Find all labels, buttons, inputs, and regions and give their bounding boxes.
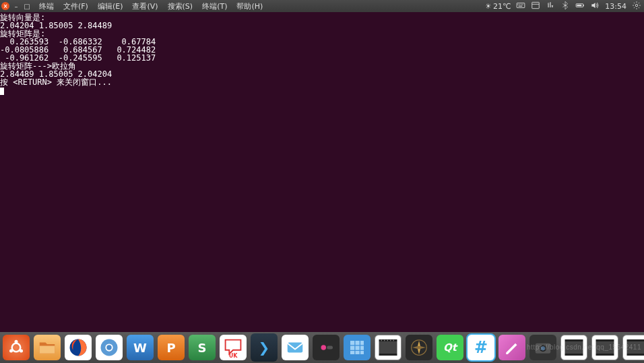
svg-point-21	[321, 345, 327, 350]
svg-point-12	[12, 343, 21, 352]
volume-icon[interactable]	[590, 1, 600, 12]
svg-rect-48	[596, 339, 614, 341]
svg-rect-31	[360, 351, 364, 354]
svg-rect-25	[360, 341, 364, 345]
dock-chromium[interactable]	[96, 335, 123, 360]
svg-rect-2	[519, 4, 520, 5]
svg-rect-20	[288, 343, 303, 353]
svg-point-15	[20, 350, 23, 353]
window-controls: × – □	[1, 2, 31, 10]
svg-rect-29	[350, 351, 354, 354]
svg-rect-37	[387, 340, 389, 341]
terminal-output[interactable]: 旋转向量是: 2.04204 1.85005 2.84489 旋转矩阵是: 0.…	[0, 12, 644, 332]
dock-terminal-ide[interactable]: ❯	[251, 333, 278, 362]
minimize-button[interactable]: –	[12, 3, 20, 10]
dock-compass[interactable]	[406, 335, 432, 360]
dock-indicator-icon	[261, 332, 267, 333]
keyboard-icon[interactable]	[516, 1, 525, 12]
svg-rect-51	[627, 339, 645, 341]
battery-icon[interactable]	[575, 1, 585, 12]
svg-rect-36	[384, 340, 385, 341]
dock-firefox[interactable]	[65, 335, 92, 360]
weather-icon: ☀	[485, 2, 492, 11]
svg-rect-52	[627, 354, 645, 356]
dock-wps-writer[interactable]: W	[127, 335, 154, 360]
weather-indicator[interactable]: ☀ 21℃	[485, 2, 511, 11]
menu-help[interactable]: 帮助(H)	[234, 1, 265, 11]
svg-rect-24	[356, 341, 360, 345]
svg-rect-38	[390, 340, 391, 341]
svg-rect-22	[327, 346, 333, 350]
svg-point-19	[106, 345, 112, 350]
bluetooth-icon[interactable]	[560, 1, 570, 12]
svg-rect-6	[532, 2, 540, 8]
terminal-line: 按 <RETURN> 来关闭窗口...	[0, 77, 112, 87]
svg-rect-23	[350, 341, 354, 345]
dock-files[interactable]	[34, 335, 61, 360]
svg-rect-1	[518, 4, 519, 5]
svg-rect-30	[356, 351, 360, 354]
menu-app[interactable]: 终端	[36, 1, 57, 11]
dock-hash[interactable]: #	[468, 335, 494, 360]
svg-rect-32	[379, 341, 397, 354]
svg-rect-10	[577, 4, 582, 5]
dock-wps-spreadsheets[interactable]: S	[189, 335, 216, 360]
maximize-button[interactable]: □	[23, 3, 31, 10]
svg-point-11	[635, 4, 638, 7]
svg-rect-27	[356, 346, 360, 350]
dock-notes[interactable]	[498, 335, 525, 360]
dock-media[interactable]	[313, 335, 340, 360]
temperature-text: 21℃	[493, 2, 511, 11]
menu-search[interactable]: 搜索(S)	[165, 1, 196, 11]
dock-wps-presentation[interactable]: P	[158, 335, 185, 360]
dock-qt[interactable]: Qt	[437, 335, 463, 360]
window-titlebar: × – □ 终端 文件(F) 编辑(E) 查看(V) 搜索(S) 终端(T) 帮…	[0, 0, 644, 12]
dock-ubuntu[interactable]	[3, 335, 30, 360]
svg-point-13	[15, 340, 18, 343]
close-button[interactable]: ×	[1, 2, 9, 10]
svg-rect-3	[521, 4, 521, 5]
system-tray: ☀ 21℃ 13:54	[485, 0, 641, 12]
svg-rect-4	[523, 4, 523, 5]
svg-point-14	[9, 350, 13, 353]
dock-mail[interactable]	[282, 335, 309, 360]
network-icon[interactable]	[546, 1, 555, 12]
svg-rect-46	[565, 354, 583, 356]
svg-rect-9	[583, 4, 584, 5]
dock-uk-software[interactable]: UK	[220, 335, 247, 360]
svg-rect-49	[596, 354, 614, 356]
svg-rect-35	[381, 340, 383, 341]
svg-rect-5	[519, 5, 523, 6]
svg-rect-45	[565, 339, 583, 341]
menu-edit[interactable]: 编辑(E)	[95, 1, 126, 11]
terminal-cursor	[0, 88, 4, 95]
svg-rect-26	[350, 346, 354, 350]
svg-rect-28	[360, 346, 364, 350]
menu-file[interactable]: 文件(F)	[61, 1, 91, 11]
menu-terminal[interactable]: 终端(T)	[199, 1, 230, 11]
gear-icon[interactable]	[632, 1, 641, 12]
dock-video-thumb-1[interactable]	[375, 335, 401, 360]
clock-text[interactable]: 13:54	[605, 2, 626, 11]
dock-apps-grid[interactable]	[344, 335, 371, 360]
calendar-icon[interactable]	[531, 1, 540, 12]
menu-view[interactable]: 查看(V)	[129, 1, 160, 11]
svg-rect-0	[517, 3, 525, 7]
menubar: 终端 文件(F) 编辑(E) 查看(V) 搜索(S) 终端(T) 帮助(H)	[36, 1, 265, 11]
svg-rect-34	[379, 354, 397, 356]
watermark-text: https://blog.csdn.net/qq_15642411	[527, 343, 641, 351]
svg-rect-39	[393, 340, 395, 341]
